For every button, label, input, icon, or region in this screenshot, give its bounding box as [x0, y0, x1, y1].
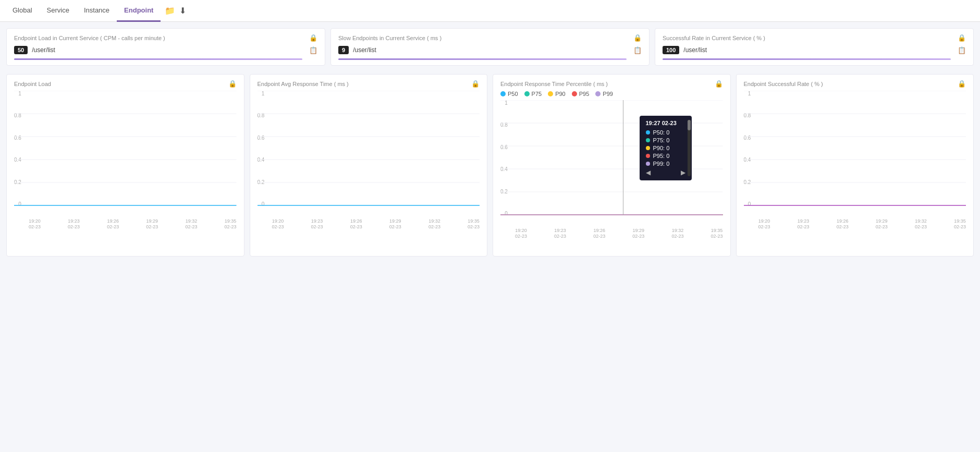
tooltip-value: P95: 0 — [653, 153, 670, 159]
x-date: 02-23 — [350, 224, 362, 229]
x-date: 02-23 — [671, 234, 683, 239]
nav-item-endpoint[interactable]: Endpoint — [117, 0, 161, 22]
x-label: 19:29 02-23 — [389, 218, 401, 229]
nav-item-instance[interactable]: Instance — [77, 0, 117, 22]
x-date: 02-23 — [876, 224, 888, 229]
x-date: 02-23 — [68, 224, 80, 229]
tooltip-value: P75: 0 — [653, 137, 670, 143]
x-time: 19:26 — [107, 218, 119, 224]
legend-dot — [572, 91, 577, 96]
x-time: 19:29 — [146, 218, 158, 224]
metric-title: Slow Endpoints in Current Service ( ms ) — [338, 35, 442, 41]
x-axis-labels: 19:20 02-23 19:23 02-23 19:26 02-23 19:2… — [258, 217, 480, 229]
x-label: 19:26 02-23 — [350, 218, 362, 229]
metric-path[interactable]: /user/list — [32, 46, 55, 54]
x-label: 19:26 02-23 — [593, 228, 605, 239]
x-time: 19:29 — [389, 218, 401, 224]
chart-body: 10.80.60.40.20 19:27 02-23 P50: 0 — [500, 100, 723, 227]
x-label: 19:35 02-23 — [954, 218, 966, 229]
x-label: 19:20 02-23 — [758, 218, 770, 229]
tooltip-row: P95: 0 — [646, 153, 685, 159]
x-label: 19:29 02-23 — [876, 218, 888, 229]
x-date: 02-23 — [515, 234, 527, 239]
x-date: 02-23 — [632, 234, 644, 239]
tooltip-row: P90: 0 — [646, 145, 685, 151]
x-time: 19:20 — [515, 228, 527, 233]
nav-item-service[interactable]: Service — [40, 0, 77, 22]
tooltip-scrollbar[interactable] — [688, 120, 691, 176]
x-time: 19:32 — [186, 218, 198, 224]
legend-item: P75 — [524, 91, 542, 97]
legend-dot — [524, 91, 530, 96]
chart-lock-icon: 🔒 — [958, 80, 966, 88]
tooltip-row: P99: 0 — [646, 161, 685, 167]
legend-dot — [500, 91, 506, 96]
x-date: 02-23 — [146, 224, 158, 229]
metric-row: 100 /user/list 📋 — [663, 46, 966, 54]
x-label: 19:32 02-23 — [185, 218, 197, 229]
x-label: 19:32 02-23 — [915, 218, 927, 229]
metric-path[interactable]: /user/list — [683, 46, 707, 54]
copy-icon[interactable]: 📋 — [958, 46, 966, 54]
chart-header: Endpoint Avg Response Time ( ms ) 🔒 — [258, 80, 480, 88]
legend-item: P50 — [500, 91, 518, 97]
folder-icon[interactable]: 📁 — [165, 6, 175, 16]
x-date: 02-23 — [710, 234, 722, 239]
chart-header: Endpoint Load 🔒 — [14, 80, 237, 88]
metric-path[interactable]: /user/list — [353, 46, 376, 54]
tooltip-row: P50: 0 — [646, 129, 685, 136]
x-date: 02-23 — [954, 224, 966, 229]
x-axis-labels: 19:20 02-23 19:23 02-23 19:26 02-23 19:2… — [744, 217, 966, 229]
x-date: 02-23 — [758, 224, 770, 229]
lock-icon: 🔒 — [958, 34, 966, 42]
chart-plot-area — [258, 91, 480, 217]
x-time: 19:20 — [758, 218, 770, 224]
chart-header: Endpoint Successful Rate ( % ) 🔒 — [744, 80, 966, 88]
x-time: 19:35 — [225, 218, 237, 224]
lock-icon: 🔒 — [309, 34, 317, 42]
x-date: 02-23 — [593, 234, 605, 239]
chart-card-avg-response-chart: Endpoint Avg Response Time ( ms ) 🔒 10.8… — [250, 74, 488, 256]
chart-svg — [258, 91, 480, 216]
x-date: 02-23 — [311, 224, 323, 229]
copy-icon[interactable]: 📋 — [633, 46, 642, 54]
legend-label: P99 — [603, 91, 613, 97]
legend-item: P95 — [572, 91, 590, 97]
metric-card-header: Slow Endpoints in Current Service ( ms )… — [338, 34, 642, 42]
tooltip-row: P75: 0 — [646, 137, 685, 143]
metric-bar — [14, 58, 302, 60]
x-time: 19:20 — [29, 218, 41, 224]
tooltip-next-arrow[interactable]: ▶ — [681, 169, 685, 176]
x-date: 02-23 — [554, 234, 566, 239]
legend-dot — [595, 91, 601, 96]
x-label: 19:26 02-23 — [107, 218, 119, 229]
x-date: 02-23 — [915, 224, 927, 229]
tooltip-value: P50: 0 — [653, 129, 670, 136]
x-time: 19:23 — [554, 228, 566, 233]
metric-badge: 50 — [14, 46, 28, 54]
nav-item-global[interactable]: Global — [5, 0, 40, 22]
legend-item: P99 — [595, 91, 613, 97]
chart-lock-icon: 🔒 — [471, 80, 480, 88]
chart-body: 10.80.60.40.20 — [744, 91, 966, 217]
x-time: 19:35 — [954, 218, 966, 224]
legend-label: P90 — [555, 91, 566, 97]
copy-icon[interactable]: 📋 — [309, 46, 317, 54]
tooltip-prev-arrow[interactable]: ◀ — [646, 169, 651, 176]
x-time: 19:26 — [593, 228, 605, 233]
top-metrics-row: Endpoint Load in Current Service ( CPM -… — [6, 28, 974, 66]
metric-title: Successful Rate in Current Service ( % ) — [663, 35, 765, 41]
tooltip-dot — [646, 130, 650, 135]
x-time: 19:29 — [876, 218, 888, 224]
tooltip-dot — [646, 162, 650, 166]
x-date: 02-23 — [272, 224, 284, 229]
chart-card-percentile-chart: Endpoint Response Time Percentile ( ms )… — [493, 74, 731, 256]
x-time: 19:23 — [68, 218, 80, 224]
tooltip-scroll-thumb[interactable] — [688, 120, 691, 130]
metric-card-header: Endpoint Load in Current Service ( CPM -… — [14, 34, 317, 42]
x-date: 02-23 — [798, 224, 810, 229]
download-icon[interactable]: ⬇ — [179, 6, 186, 16]
x-date: 02-23 — [837, 224, 849, 229]
x-axis-labels: 19:20 02-23 19:23 02-23 19:26 02-23 19:2… — [14, 217, 237, 229]
x-time: 19:26 — [350, 218, 362, 224]
